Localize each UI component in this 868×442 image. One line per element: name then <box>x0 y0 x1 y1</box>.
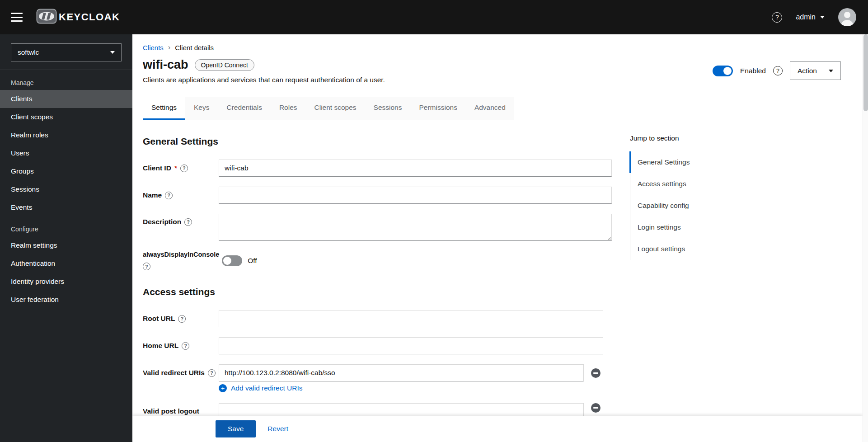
revert-button[interactable]: Revert <box>267 425 288 433</box>
page-title: wifi-cab <box>143 58 188 72</box>
tab-sessions[interactable]: Sessions <box>365 97 411 120</box>
sidebar-item-sessions[interactable]: Sessions <box>0 180 132 198</box>
keycloak-admin-console: KEYCLOAK ? admin softwlc <box>0 0 868 442</box>
page-header-controls: Enabled ? Action <box>713 61 841 80</box>
enabled-toggle[interactable] <box>713 66 733 76</box>
realm-name: softwlc <box>18 48 39 56</box>
sidebar-item-user-federation[interactable]: User federation <box>0 291 132 309</box>
breadcrumb: Clients › Client details <box>132 34 863 52</box>
jump-link-general-settings[interactable]: General Settings <box>630 151 738 173</box>
page-scrollbar <box>863 34 868 442</box>
remove-post-logout-uri-icon[interactable] <box>591 403 601 413</box>
help-icon[interactable]: ? <box>180 165 188 172</box>
jump-link-login-settings[interactable]: Login settings <box>630 216 738 238</box>
name-input[interactable] <box>219 187 612 204</box>
sidebar-item-realm-roles[interactable]: Realm roles <box>0 126 132 144</box>
client-id-label: Client ID * ? <box>143 164 219 172</box>
tab-settings[interactable]: Settings <box>143 97 185 120</box>
sidebar-item-realm-settings[interactable]: Realm settings <box>0 236 132 254</box>
action-dropdown-label: Action <box>798 67 817 75</box>
home-url-label: Home URL ? <box>143 342 219 350</box>
page-description: Clients are applications and services th… <box>143 76 385 84</box>
sidebar-item-groups[interactable]: Groups <box>0 162 132 180</box>
help-icon[interactable]: ? <box>773 66 783 75</box>
keycloak-logo-icon <box>36 9 57 26</box>
help-icon[interactable]: ? <box>178 315 186 323</box>
nav-group-configure: Configure <box>0 216 132 236</box>
realm-selector-wrap: softwlc <box>0 34 132 70</box>
description-row: Description ? <box>143 214 612 241</box>
root-url-row: Root URL ? <box>143 310 612 327</box>
add-redirect-uri-button[interactable]: + Add valid redirect URIs <box>219 384 612 392</box>
save-button[interactable]: Save <box>216 420 256 437</box>
page-header-left: wifi-cab OpenID Connect Clients are appl… <box>143 58 385 84</box>
sidebar-item-client-scopes[interactable]: Client scopes <box>0 108 132 126</box>
help-icon[interactable]: ? <box>143 263 150 270</box>
root-url-input[interactable] <box>219 310 603 327</box>
help-icon[interactable]: ? <box>182 342 189 350</box>
nav-group-manage: Manage <box>0 70 132 90</box>
client-tabs: Settings Keys Credentials Roles Client s… <box>143 97 514 120</box>
page-header: wifi-cab OpenID Connect Clients are appl… <box>132 52 863 84</box>
avatar[interactable] <box>838 8 856 26</box>
jump-link-logout-settings[interactable]: Logout settings <box>630 238 738 260</box>
help-icon[interactable]: ? <box>165 192 173 199</box>
breadcrumb-current: Client details <box>175 44 214 52</box>
tab-credentials[interactable]: Credentials <box>218 97 270 120</box>
valid-redirect-uris-label: Valid redirect URIs ? <box>143 369 219 377</box>
home-url-row: Home URL ? <box>143 337 612 354</box>
help-icon[interactable]: ? <box>772 12 782 23</box>
name-row: Name ? <box>143 187 612 204</box>
tab-permissions[interactable]: Permissions <box>410 97 465 120</box>
home-url-input[interactable] <box>219 337 603 354</box>
settings-content: General Settings Client ID * ? Name ? <box>132 120 863 442</box>
sidebar-item-users[interactable]: Users <box>0 144 132 162</box>
sidebar-item-clients[interactable]: Clients <box>0 90 132 108</box>
main-content: Clients › Client details wifi-cab OpenID… <box>132 34 863 442</box>
add-redirect-uri-label: Add valid redirect URIs <box>231 384 303 392</box>
always-display-label: alwaysDisplayInConsole ? <box>143 251 222 270</box>
action-dropdown[interactable]: Action <box>790 61 841 80</box>
required-star: * <box>174 164 177 172</box>
always-display-toggle[interactable] <box>222 255 242 266</box>
tab-keys[interactable]: Keys <box>185 97 218 120</box>
masthead: KEYCLOAK ? admin <box>0 0 868 34</box>
help-icon[interactable]: ? <box>208 369 216 377</box>
chevron-down-icon <box>110 51 115 54</box>
form-actions-footer: Save Revert <box>132 416 863 442</box>
sidebar-item-identity-providers[interactable]: Identity providers <box>0 273 132 291</box>
scrollbar-thumb[interactable] <box>863 34 868 111</box>
sidebar-item-authentication[interactable]: Authentication <box>0 254 132 273</box>
plus-circle-icon: + <box>219 384 227 392</box>
description-label: Description ? <box>143 214 219 226</box>
realm-selector[interactable]: softwlc <box>11 43 122 61</box>
protocol-badge: OpenID Connect <box>195 59 254 71</box>
enabled-label: Enabled <box>740 67 766 75</box>
settings-form: General Settings Client ID * ? Name ? <box>143 120 612 442</box>
tab-advanced[interactable]: Advanced <box>466 97 514 120</box>
tab-roles[interactable]: Roles <box>271 97 306 120</box>
access-settings-heading: Access settings <box>143 287 612 297</box>
brand-text: KEYCLOAK <box>59 11 120 23</box>
help-icon[interactable]: ? <box>184 218 192 226</box>
tab-client-scopes[interactable]: Client scopes <box>306 97 365 120</box>
general-settings-heading: General Settings <box>143 136 612 147</box>
user-menu[interactable]: admin <box>796 13 825 21</box>
description-textarea[interactable] <box>219 214 612 241</box>
valid-redirect-uri-input[interactable] <box>219 364 584 381</box>
breadcrumb-separator: › <box>168 43 170 52</box>
remove-redirect-uri-icon[interactable] <box>591 368 601 378</box>
sidebar: softwlc Manage Clients Client scopes Rea… <box>0 34 132 442</box>
jump-link-access-settings[interactable]: Access settings <box>630 173 738 195</box>
jump-link-capability-config[interactable]: Capability config <box>630 195 738 216</box>
masthead-actions: ? admin <box>772 8 856 26</box>
jump-to-section-nav: Jump to section General Settings Access … <box>630 120 738 442</box>
chevron-down-icon <box>829 70 833 72</box>
always-display-state: Off <box>248 257 257 265</box>
sidebar-item-events[interactable]: Events <box>0 198 132 216</box>
client-id-input[interactable] <box>219 160 612 177</box>
hamburger-menu-icon[interactable] <box>11 13 23 22</box>
valid-redirect-uris-row: Valid redirect URIs ? <box>143 364 612 381</box>
breadcrumb-clients-link[interactable]: Clients <box>143 44 164 52</box>
keycloak-logo[interactable]: KEYCLOAK <box>36 9 120 26</box>
